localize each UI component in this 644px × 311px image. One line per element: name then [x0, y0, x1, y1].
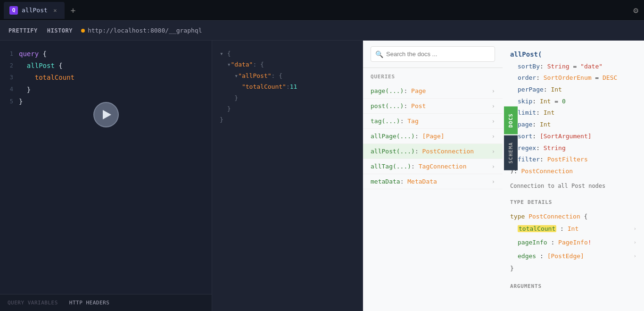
chevron-right-icon: ›: [492, 133, 495, 140]
result-code: }: [220, 92, 238, 103]
chevron-right-icon: ›: [492, 148, 495, 155]
result-line-3: ▾ "allPost" : {: [220, 70, 355, 81]
line-code: query: [19, 48, 39, 60]
editor-line-3: 3 totalCount: [4, 72, 208, 84]
chevron-right-icon: ›: [492, 88, 495, 94]
new-tab-button[interactable]: +: [66, 4, 80, 17]
param-sortby: sortBy: String = "date": [518, 61, 636, 73]
tab-close-button[interactable]: ✕: [51, 7, 59, 14]
chevron-right-icon: ›: [492, 178, 495, 185]
tab-icon: Q: [9, 6, 18, 15]
result-line-2: ▾ "data" : {: [220, 59, 355, 70]
type-field-edges[interactable]: edges : [PostEdge] ›: [518, 250, 636, 263]
type-details-label: TYPE DETAILS: [510, 198, 636, 207]
query-item-text: metaData: MetaData: [371, 178, 492, 185]
result-code: }: [220, 114, 223, 125]
type-field-pageinfo[interactable]: pageInfo : PageInfo! ›: [518, 236, 636, 250]
search-wrapper: 🔍: [371, 46, 495, 62]
play-icon: [103, 110, 111, 119]
query-item-text: allPage(...): [Page]: [371, 133, 492, 140]
query-type: PostConnection: [422, 148, 474, 155]
type-header: type PostConnection {: [510, 211, 636, 223]
query-name: page(...): [371, 87, 404, 94]
query-colon: :: [400, 118, 408, 125]
result-content: ▾ { ▾ "data" : { ▾ "allPost" : { "totalC…: [212, 41, 363, 311]
prettify-button[interactable]: PRETTIFY: [8, 25, 39, 36]
line-code: }: [19, 84, 31, 96]
query-colon: :: [404, 87, 411, 94]
highlighted-field: totalCount: [518, 225, 556, 232]
param-regex: regex: String: [518, 143, 636, 154]
tab-label: allPost: [22, 7, 48, 14]
returns-line: ): PostConnection: [510, 166, 636, 177]
result-code: ▾: [220, 59, 231, 70]
chevron-right-icon: ›: [492, 103, 495, 109]
query-colon: :: [415, 133, 422, 140]
line-code: [19, 72, 35, 84]
docs-search-area: 🔍: [363, 41, 503, 68]
tab-bar: Q allPost ✕ + ⚙: [0, 0, 644, 21]
query-item-allpage[interactable]: allPage(...): [Page] ›: [363, 129, 503, 144]
query-variables-tab[interactable]: QUERY VARIABLES: [8, 300, 58, 306]
result-code: [220, 81, 242, 92]
side-tabs: DOCS SCHEMA: [504, 107, 518, 170]
line-number: 5: [4, 97, 13, 107]
query-type: [Page]: [422, 133, 445, 140]
query-name: metaData: [371, 178, 400, 185]
line-code: {: [55, 60, 63, 72]
query-item-text: allTag(...): TagConnection: [371, 163, 492, 170]
query-name: allTag(...): [371, 163, 411, 170]
editor-content[interactable]: 1 query { 2 allPost { 3 totalCount 4 }: [0, 41, 212, 294]
result-code: :: [286, 81, 290, 92]
query-item-tag[interactable]: tag(...): Tag ›: [363, 114, 503, 129]
editor-line-2: 2 allPost {: [4, 60, 208, 72]
docs-panel: 🔍 QUERIES page(...): Page › post(...): P…: [363, 41, 503, 311]
query-item-metadata[interactable]: metaData: MetaData ›: [363, 174, 503, 189]
param-filter: filter: PostFilters: [518, 154, 636, 166]
query-name: tag(...): [371, 118, 400, 125]
tab-allpost[interactable]: Q allPost ✕: [4, 2, 65, 19]
docs-tab[interactable]: DOCS: [504, 107, 518, 134]
line-code: allPost: [27, 60, 55, 72]
line-code: totalCount: [35, 72, 74, 84]
query-type: Page: [411, 87, 426, 94]
result-code: "data": [231, 59, 253, 70]
query-item-page[interactable]: page(...): Page ›: [363, 84, 503, 99]
docs-search-input[interactable]: [371, 46, 495, 62]
query-item-text: page(...): Page: [371, 87, 492, 94]
query-name: allPost(...): [371, 148, 415, 155]
result-code: "totalCount": [242, 81, 286, 92]
result-code: ▾: [220, 70, 238, 81]
arguments-label: ARGUMENTS: [510, 282, 636, 291]
chevron-right-icon: ›: [633, 238, 636, 248]
main-area: 1 query { 2 allPost { 3 totalCount 4 }: [0, 41, 644, 311]
editor-pane: 1 query { 2 allPost { 3 totalCount 4 }: [0, 41, 212, 311]
query-type: MetaData: [407, 178, 437, 185]
http-headers-tab[interactable]: HTTP HEADERS: [69, 300, 109, 306]
schema-tab[interactable]: SCHEMA: [504, 135, 518, 170]
query-name: allPage(...): [371, 133, 415, 140]
query-item-allpost[interactable]: allPost(...): PostConnection ›: [363, 144, 503, 159]
param-sort: sort: [SortArgument]: [518, 131, 636, 143]
param-skip: skip: Int = 0: [518, 96, 636, 108]
editor-footer: QUERY VARIABLES HTTP HEADERS: [0, 294, 212, 311]
type-field-totalcount[interactable]: totalCount : Int ›: [518, 222, 636, 236]
query-item-text: allPost(...): PostConnection: [371, 148, 492, 155]
query-colon: :: [400, 178, 408, 185]
gear-button[interactable]: ⚙: [631, 3, 640, 17]
result-code: : {: [272, 70, 282, 81]
result-line-7: }: [220, 114, 355, 125]
func-description: Connection to all Post nodes: [510, 181, 636, 191]
query-colon: :: [404, 102, 411, 109]
result-code: ▾ {: [220, 48, 231, 59]
result-code: : {: [253, 59, 264, 70]
query-type: Post: [411, 102, 426, 109]
query-item-alltag[interactable]: allTag(...): TagConnection ›: [363, 159, 503, 174]
play-button[interactable]: [93, 102, 119, 127]
result-code: 11: [290, 81, 297, 92]
query-item-post[interactable]: post(...): Post ›: [363, 99, 503, 114]
editor-line-4: 4 }: [4, 84, 208, 96]
query-name: post(...): [371, 102, 404, 109]
history-button[interactable]: HISTORY: [46, 25, 74, 36]
toolbar: PRETTIFY HISTORY http://localhost:8080/_…: [0, 21, 644, 41]
